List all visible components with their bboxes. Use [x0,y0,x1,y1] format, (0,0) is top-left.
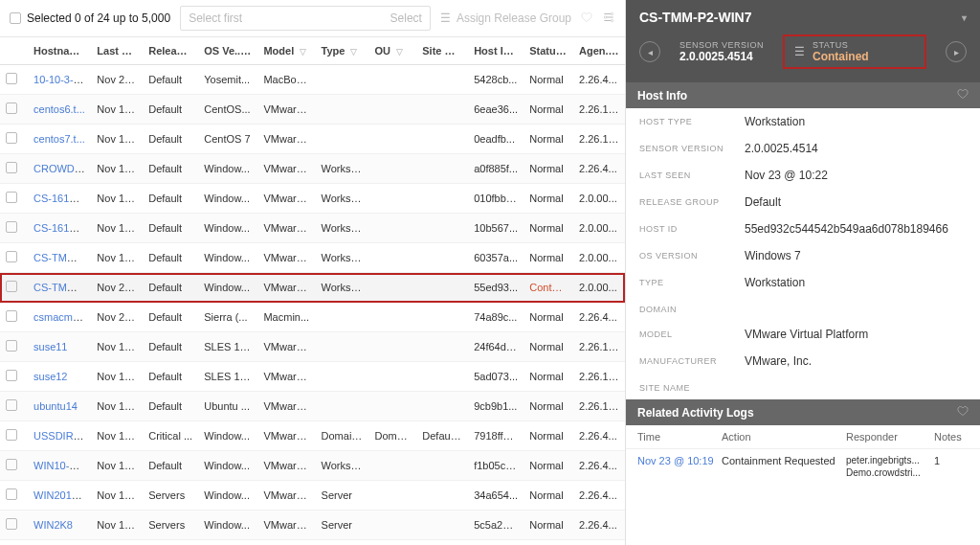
table-row[interactable]: CROWDS...Nov 18 ...DefaultWindow...VMwar… [0,154,625,184]
row-check[interactable] [0,362,28,392]
row-check[interactable] [0,332,28,362]
row-check[interactable] [0,214,28,243]
log-responder: peter.ingebrigts... Demo.crowdstri... [846,455,934,479]
cell-hostname[interactable]: centos7.t... [28,125,91,154]
row-check[interactable] [0,65,28,95]
cell-release: Default [143,243,198,273]
col-header[interactable]: OS Ve... ▽ [198,37,257,65]
cell-os: Window... [198,451,257,481]
cell-model: VMware... [257,392,315,421]
cell-hostname[interactable]: CS-161114... [28,214,91,243]
row-check[interactable] [0,154,28,184]
cell-agent: 2.0.00... [573,214,625,243]
host-info-row: LAST SEENNov 23 @ 10:22 [626,162,980,189]
cell-hostname[interactable]: WIN10-X64 [28,451,91,481]
host-info-key: LAST SEEN [639,169,745,180]
cell-hostname[interactable]: ubuntu14 [28,392,91,421]
table-row[interactable]: 10-10-3-1...Nov 23 ...DefaultYosemit...M… [0,65,625,95]
prev-icon[interactable]: ◂ [639,41,660,62]
table-row[interactable]: centos6.t...Nov 18 ...DefaultCentOS...VM… [0,95,625,125]
table-row[interactable]: USSDIRIM...Nov 18 ...Critical ...Window.… [0,421,625,451]
row-check[interactable] [0,125,28,154]
cell-hostname[interactable]: CS-161108... [28,184,91,214]
favorite-icon[interactable] [581,11,592,26]
cell-status: Normal [523,125,573,154]
cell-lastseen: Nov 23 ... [91,303,143,332]
cell-hostname[interactable]: suse11 [28,332,91,362]
cell-hostname[interactable]: 10-10-3-1... [28,65,91,95]
cell-hostname[interactable]: WIN2K8 [28,511,91,540]
row-check[interactable] [0,451,28,481]
row-check[interactable] [0,243,28,273]
cell-hostname[interactable]: USSDIRIM... [28,421,91,451]
table-row[interactable]: WIN2012R2Nov 18 ...ServersWindow...VMwar… [0,481,625,511]
row-check[interactable] [0,303,28,332]
col-header[interactable]: OU ▽ [369,37,417,65]
cell-model: Macmin... [257,303,315,332]
heart-icon[interactable] [957,405,969,420]
cell-os: Window... [198,481,257,511]
caret-down-icon[interactable]: ▾ [962,12,967,23]
table-row[interactable]: csmacmin...Nov 23 ...DefaultSierra (...M… [0,303,625,332]
row-check[interactable] [0,481,28,511]
table-row[interactable]: centos7.t...Nov 18 ...DefaultCentOS 7VMw… [0,125,625,154]
host-info-row: SENSOR VERSION2.0.0025.4514 [626,135,980,162]
logs-header: Related Activity Logs [626,399,980,425]
filter-select-button[interactable]: Select [390,11,422,25]
cell-site [416,214,468,243]
row-check[interactable] [0,95,28,125]
table-row[interactable]: CS-161114...Nov 14 ...DefaultWindow...VM… [0,214,625,243]
row-check[interactable] [0,421,28,451]
cell-hostname[interactable]: suse12 [28,362,91,392]
cell-site [416,451,468,481]
cell-hostname[interactable]: WIN2012R2 [28,481,91,511]
table-row[interactable]: CS-TMM-...Nov 23 ...DefaultWindow...VMwa… [0,273,625,303]
cell-site [416,332,468,362]
cell-hostname[interactable]: CS-TMM-... [28,273,91,303]
next-icon[interactable]: ▸ [946,41,967,62]
table-row[interactable]: WIN10-X64Nov 18 ...DefaultWindow...VMwar… [0,451,625,481]
table-row[interactable]: WIN7-X64...Nov 09 ...Legacy-...Window...… [0,540,625,546]
assign-release-group-button[interactable]: ☰ Assign Release Group [440,11,571,25]
logs-body: Nov 23 @ 10:19Containment Requestedpeter… [626,449,980,485]
table-row[interactable]: WIN2K8Nov 18 ...ServersWindow...VMware..… [0,511,625,540]
cell-agent: 2.26.16... [573,125,625,154]
row-check[interactable] [0,540,28,546]
table-row[interactable]: suse11Nov 18 ...DefaultSLES 11.4VMware..… [0,332,625,362]
cell-status: Normal [523,511,573,540]
cell-type: Server [316,481,369,511]
cell-hostid: 9cb9b1... [468,392,523,421]
cell-model: VMware... [257,540,315,546]
col-header[interactable]: Last S... ▽ [91,37,143,65]
row-check[interactable] [0,511,28,540]
table-row[interactable]: CS-161108...Nov 14 ...DefaultWindow...VM… [0,184,625,214]
col-header[interactable]: Status ▽ [523,37,573,65]
log-row[interactable]: Nov 23 @ 10:19Containment Requestedpeter… [626,449,980,485]
cell-os: Yosemit... [198,65,257,95]
col-header[interactable]: Release... ▽ [143,37,198,65]
heart-icon[interactable] [957,88,969,102]
col-header[interactable]: Hostname △ [28,37,91,65]
settings-icon[interactable] [602,11,615,27]
row-check[interactable] [0,392,28,421]
row-check[interactable] [0,273,28,303]
col-header[interactable]: Type ▽ [316,37,369,65]
row-check[interactable] [0,184,28,214]
col-header[interactable]: Site N... ▽ [416,37,468,65]
cell-hostname[interactable]: CS-TMM-... [28,243,91,273]
filter-box[interactable]: Select first Select [180,6,431,31]
col-header[interactable]: Model ▽ [257,37,315,65]
cell-release: Default [143,273,198,303]
col-header[interactable]: Host ID ▽ [468,37,523,65]
cell-model: VMware... [257,362,315,392]
table-row[interactable]: ubuntu14Nov 18 ...DefaultUbuntu ...VMwar… [0,392,625,421]
table-row[interactable]: suse12Nov 18 ...DefaultSLES 12.1VMware..… [0,362,625,392]
cell-hostname[interactable]: WIN7-X64... [28,540,91,546]
table-row[interactable]: CS-TMM-...Nov 14 ...DefaultWindow...VMwa… [0,243,625,273]
cell-hostname[interactable]: centos6.t... [28,95,91,125]
cell-hostname[interactable]: CROWDS... [28,154,91,184]
cell-hostname[interactable]: csmacmin... [28,303,91,332]
select-all-checkbox[interactable] [10,12,21,24]
col-header[interactable]: Agen... ▽ [573,37,625,65]
cell-agent: 2.0.00... [573,243,625,273]
